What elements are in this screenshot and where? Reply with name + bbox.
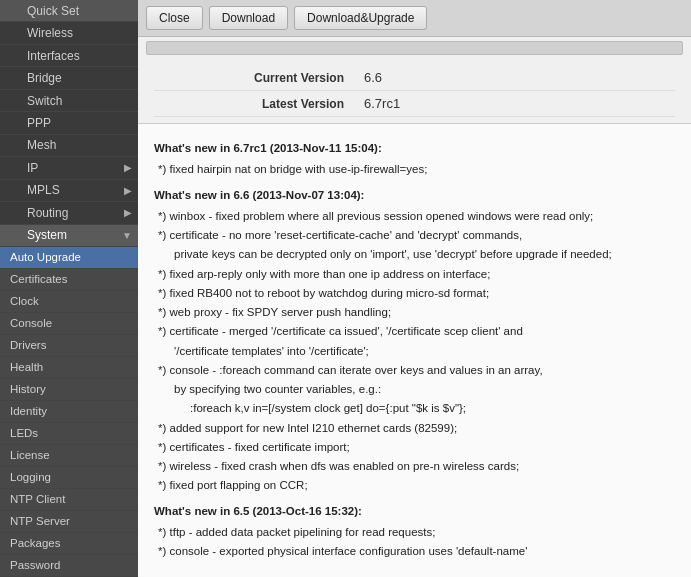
- sidebar-sub-item-label: Clock: [10, 295, 39, 307]
- main-content: Close Download Download&Upgrade Current …: [138, 0, 691, 577]
- sidebar-item-system[interactable]: System▼: [0, 225, 138, 247]
- sidebar-item-routing[interactable]: Routing▶: [0, 202, 138, 224]
- sidebar-item-leds[interactable]: LEDs: [0, 423, 138, 445]
- sidebar-item-label: PPP: [27, 116, 51, 130]
- progress-bar: [146, 41, 683, 55]
- changelog-entry: *) tftp - added data packet pipelining f…: [158, 524, 675, 541]
- changelog-continuation: '/certificate templates' into '/certific…: [174, 343, 675, 360]
- sidebar-sub-item-label: Identity: [10, 405, 47, 417]
- changelog-entry: *) winbox - fixed problem where all prev…: [158, 208, 675, 225]
- expand-arrow-icon: ▼: [122, 230, 132, 241]
- sidebar-sub-item-label: LEDs: [10, 427, 38, 439]
- sidebar-item-packages[interactable]: Packages: [0, 533, 138, 555]
- sidebar-item-interfaces[interactable]: Interfaces: [0, 45, 138, 67]
- sidebar-item-health[interactable]: Health: [0, 357, 138, 379]
- sidebar-sub-item-label: License: [10, 449, 50, 461]
- changelog-entry: *) console - :foreach command can iterat…: [158, 362, 675, 379]
- latest-version-value: 6.7rc1: [364, 96, 400, 111]
- sidebar-item-quick-set[interactable]: Quick Set: [0, 0, 138, 22]
- mesh-icon: [6, 137, 22, 153]
- changelog-entry: *) fixed hairpin nat on bridge with use-…: [158, 161, 675, 178]
- sidebar: Quick SetWirelessInterfacesBridgeSwitchP…: [0, 0, 138, 577]
- sidebar-sub-item-label: Auto Upgrade: [10, 251, 81, 263]
- download-button[interactable]: Download: [209, 6, 288, 30]
- sidebar-item-label: MPLS: [27, 183, 60, 197]
- sidebar-item-identity[interactable]: Identity: [0, 401, 138, 423]
- changelog-heading: What's new in 6.5 (2013-Oct-16 15:32):: [154, 503, 675, 520]
- current-version-label: Current Version: [164, 71, 364, 85]
- latest-version-label: Latest Version: [164, 97, 364, 111]
- sidebar-item-logging[interactable]: Logging: [0, 467, 138, 489]
- sidebar-item-history[interactable]: History: [0, 379, 138, 401]
- system-icon: [6, 227, 22, 243]
- sidebar-item-mesh[interactable]: Mesh: [0, 135, 138, 157]
- sidebar-sub-item-label: NTP Client: [10, 493, 65, 505]
- sidebar-sub-item-label: Packages: [10, 537, 61, 549]
- download-upgrade-button[interactable]: Download&Upgrade: [294, 6, 427, 30]
- changelog-entry: *) fixed arp-reply only with more than o…: [158, 266, 675, 283]
- sidebar-sub-item-label: Certificates: [10, 273, 68, 285]
- quick-set-icon: [6, 3, 22, 19]
- latest-version-row: Latest Version 6.7rc1: [154, 91, 675, 117]
- sidebar-item-password[interactable]: Password: [0, 555, 138, 577]
- ip-icon: [6, 160, 22, 176]
- sidebar-item-ntp-client[interactable]: NTP Client: [0, 489, 138, 511]
- sidebar-sub-item-label: Password: [10, 559, 61, 571]
- sidebar-item-ppp[interactable]: PPP: [0, 112, 138, 134]
- changelog-continuation: private keys can be decrypted only on 'i…: [174, 246, 675, 263]
- switch-icon: [6, 93, 22, 109]
- toolbar: Close Download Download&Upgrade: [138, 0, 691, 37]
- sidebar-item-license[interactable]: License: [0, 445, 138, 467]
- sidebar-item-label: IP: [27, 161, 38, 175]
- changelog-heading: What's new in 6.6 (2013-Nov-07 13:04):: [154, 187, 675, 204]
- sidebar-item-label: Quick Set: [27, 4, 79, 18]
- sidebar-item-mpls[interactable]: MPLS▶: [0, 180, 138, 202]
- expand-arrow-icon: ▶: [124, 185, 132, 196]
- sidebar-item-certificates[interactable]: Certificates: [0, 269, 138, 291]
- wireless-icon: [6, 25, 22, 41]
- sidebar-item-label: Mesh: [27, 138, 56, 152]
- sidebar-item-label: Switch: [27, 94, 62, 108]
- sidebar-item-ntp-server[interactable]: NTP Server: [0, 511, 138, 533]
- sidebar-item-auto-upgrade[interactable]: Auto Upgrade: [0, 247, 138, 269]
- changelog-entry: *) certificates - fixed certificate impo…: [158, 439, 675, 456]
- changelog: What's new in 6.7rc1 (2013-Nov-11 15:04)…: [138, 123, 691, 577]
- sidebar-sub-item-label: NTP Server: [10, 515, 70, 527]
- sidebar-item-clock[interactable]: Clock: [0, 291, 138, 313]
- changelog-continuation2: :foreach k,v in=[/system clock get] do={…: [190, 400, 675, 417]
- changelog-entry: *) certificate - no more 'reset-certific…: [158, 227, 675, 244]
- changelog-entry: *) fixed port flapping on CCR;: [158, 477, 675, 494]
- sidebar-item-console[interactable]: Console: [0, 313, 138, 335]
- version-info: Current Version 6.6 Latest Version 6.7rc…: [154, 65, 675, 117]
- sidebar-item-label: Bridge: [27, 71, 62, 85]
- changelog-entry: *) added support for new Intel I210 ethe…: [158, 420, 675, 437]
- sidebar-item-bridge[interactable]: Bridge: [0, 67, 138, 89]
- close-button[interactable]: Close: [146, 6, 203, 30]
- changelog-entry: *) console - exported physical interface…: [158, 543, 675, 560]
- sidebar-sub-item-label: Health: [10, 361, 43, 373]
- sidebar-sub-item-label: Console: [10, 317, 52, 329]
- changelog-entry: *) certificate - merged '/certificate ca…: [158, 323, 675, 340]
- sidebar-sub-item-label: History: [10, 383, 46, 395]
- sidebar-item-label: Interfaces: [27, 49, 80, 63]
- current-version-row: Current Version 6.6: [154, 65, 675, 91]
- sidebar-sub-item-label: Drivers: [10, 339, 46, 351]
- sidebar-item-drivers[interactable]: Drivers: [0, 335, 138, 357]
- changelog-entry: *) web proxy - fix SPDY server push hand…: [158, 304, 675, 321]
- current-version-value: 6.6: [364, 70, 382, 85]
- sidebar-item-label: Wireless: [27, 26, 73, 40]
- changelog-entry: *) fixed RB400 not to reboot by watchdog…: [158, 285, 675, 302]
- sidebar-item-wireless[interactable]: Wireless: [0, 22, 138, 44]
- interfaces-icon: [6, 48, 22, 64]
- sidebar-item-ip[interactable]: IP▶: [0, 157, 138, 179]
- routing-icon: [6, 205, 22, 221]
- changelog-continuation: by specifying two counter variables, e.g…: [174, 381, 675, 398]
- bridge-icon: [6, 70, 22, 86]
- changelog-entry: *) wireless - fixed crash when dfs was e…: [158, 458, 675, 475]
- mpls-icon: [6, 182, 22, 198]
- sidebar-item-switch[interactable]: Switch: [0, 90, 138, 112]
- sidebar-item-label: System: [27, 228, 67, 242]
- expand-arrow-icon: ▶: [124, 207, 132, 218]
- ppp-icon: [6, 115, 22, 131]
- expand-arrow-icon: ▶: [124, 162, 132, 173]
